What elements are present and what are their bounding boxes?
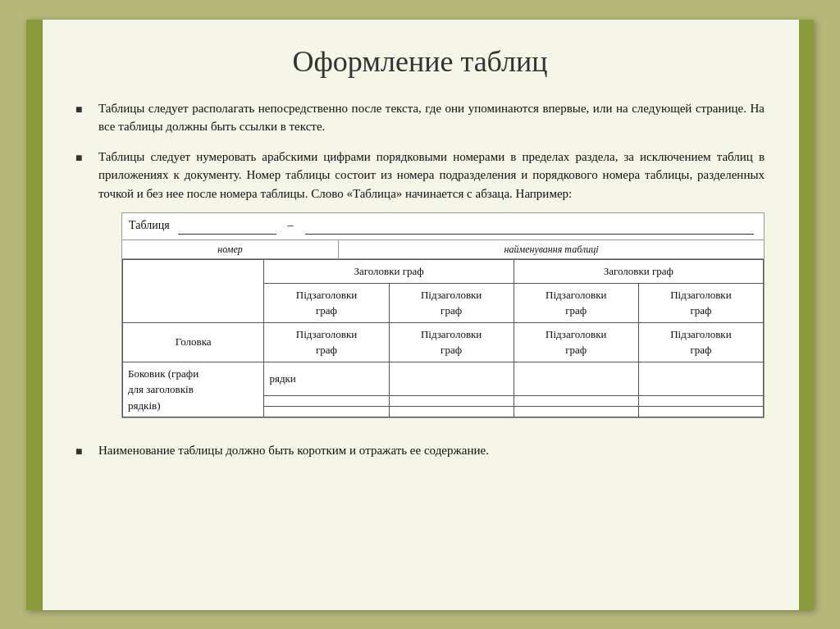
table-cell-subheader4: Підзаголовкиграф [638,283,763,322]
bullet-icon-2: ■ [75,149,92,166]
table-cell-empty1 [389,362,514,395]
table-cell-empty3 [638,362,763,395]
bullet-text-1: Таблицы следует располагать непосредстве… [98,99,765,136]
table-cell-empty8 [264,406,389,417]
bullet-item-1: ■ Таблицы следует располагать непосредст… [75,99,765,136]
table-cell-empty9 [389,406,514,417]
table-cell-golovka-sub2: Підзаголовкиграф [389,322,514,362]
table-sub-col1: номер [122,240,339,258]
table-cell-headings [123,260,264,323]
table-cell-empty4 [264,395,389,406]
left-decorative-bar [26,20,43,610]
table-caption: Таблиця – [122,213,764,236]
table-caption-label: Таблиця [129,217,170,234]
table-cell-header-graphy2: Заголовки граф [514,260,763,284]
table-caption-dash: – [288,217,294,234]
table-header-row1: Заголовки граф Заголовки граф [123,260,764,284]
table-cell-empty5 [389,395,514,406]
table-cell-bokovik: Боковик (графидля заголовківрядків) [123,362,264,417]
table-cell-golovka-sub1: Підзаголовкиграф [264,322,389,362]
content-area: ■ Таблицы следует располагать непосредст… [67,99,773,461]
table-caption-underline2 [305,217,754,235]
table-cell-ryadky: рядки [264,362,389,395]
table-caption-underline1 [178,217,276,235]
table-cell-golovka: Головка [123,322,264,362]
table-sub-caption: номер найменування таблиці [122,239,764,259]
table-cell-empty2 [514,362,638,395]
table-cell-header-graphy1: Заголовки граф [264,260,514,284]
bullet-item-2: ■ Таблицы следует нумеровать арабскими ц… [75,148,765,431]
table-cell-subheader1: Підзаголовкиграф [264,283,389,322]
table-cell-subheader2: Підзаголовкиграф [389,283,514,322]
bullet-list: ■ Таблицы следует располагать непосредст… [75,99,765,461]
table-cell-golovka-sub3: Підзаголовкиграф [514,322,638,362]
table-header-row3: Головка Підзаголовкиграф Підзаголовкигра… [123,322,764,362]
table-section: Таблиця – номер найменування таблиці [121,212,765,418]
bullet-icon-3: ■ [75,443,92,460]
table-cell-empty6 [514,395,638,406]
slide: Оформление таблиц ■ Таблицы следует расп… [26,20,814,610]
demo-table: Заголовки граф Заголовки граф Підзаголов… [122,259,764,417]
table-cell-golovka-sub4: Підзаголовкиграф [638,322,763,362]
table-data-row1: Боковик (графидля заголовківрядків) рядк… [123,362,764,395]
slide-title: Оформление таблиц [67,44,773,79]
bullet-icon-1: ■ [75,101,92,118]
table-cell-empty11 [638,406,763,417]
bullet-item-3: ■ Наименование таблицы должно быть корот… [75,441,765,460]
table-cell-subheader3: Підзаголовкиграф [514,283,638,322]
table-cell-empty10 [514,406,638,417]
bullet-text-2: Таблицы следует нумеровать арабскими циф… [98,148,765,431]
bullet-text-3: Наименование таблицы должно быть коротки… [98,441,765,460]
table-sub-col2: найменування таблиці [339,240,764,258]
right-decorative-bar [799,20,814,610]
table-cell-empty7 [638,395,763,406]
